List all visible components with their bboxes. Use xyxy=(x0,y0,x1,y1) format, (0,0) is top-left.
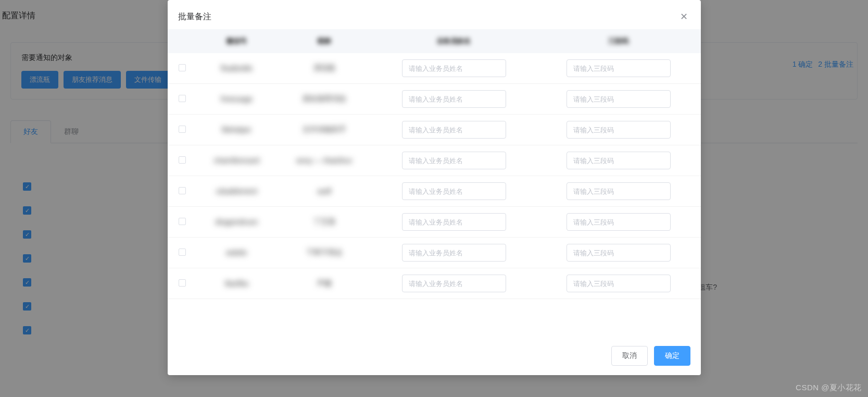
cell-wechat: Baofba xyxy=(225,279,248,288)
code-input[interactable] xyxy=(567,244,671,262)
salesperson-input[interactable] xyxy=(402,182,506,200)
cell-wechat: fmessage xyxy=(221,95,253,103)
cell-nickname: 朋友推荐消息 xyxy=(303,94,346,104)
watermark: CSDN @夏小花花 xyxy=(796,383,862,393)
th-wechat: 微信号 xyxy=(197,29,277,53)
row-checkbox[interactable] xyxy=(179,249,186,256)
row-checkbox[interactable] xyxy=(179,187,186,194)
table-row: cdsablement asdf xyxy=(168,176,701,207)
close-icon[interactable]: ✕ xyxy=(678,10,690,23)
table-row: eeletlv 下辈子再走 xyxy=(168,238,701,268)
row-checkbox[interactable] xyxy=(179,156,186,164)
confirm-button[interactable]: 确定 xyxy=(654,346,690,366)
th-checkbox xyxy=(168,29,197,53)
th-nickname: 昵称 xyxy=(276,29,372,53)
code-input[interactable] xyxy=(567,121,671,139)
row-checkbox[interactable] xyxy=(179,218,186,225)
cell-nickname: wxxy — thatsfour xyxy=(296,156,352,165)
code-input[interactable] xyxy=(567,90,671,108)
cell-nickname: 丁艾晨 xyxy=(313,217,335,227)
code-input[interactable] xyxy=(567,275,671,292)
code-input[interactable] xyxy=(567,213,671,231)
modal-body: 微信号 昵称 业务员姓名 三段码 floatbottle 漂流瓶 fmessag… xyxy=(168,29,701,339)
code-input[interactable] xyxy=(567,182,671,200)
modal-header: 批量备注 ✕ xyxy=(168,0,701,29)
row-checkbox[interactable] xyxy=(179,95,186,102)
table-row: filehelper 文件传输助手 xyxy=(168,115,701,145)
cell-nickname: 文件传输助手 xyxy=(303,125,346,134)
code-input[interactable] xyxy=(567,152,671,169)
cell-wechat: cdsablement xyxy=(216,187,257,195)
cell-wechat: filehelper xyxy=(222,126,251,134)
modal-footer: 取消 确定 xyxy=(168,339,701,375)
cell-nickname: asdf xyxy=(317,187,331,195)
row-checkbox[interactable] xyxy=(179,126,186,133)
table-row: chamiltoncard wxxy — thatsfour xyxy=(168,145,701,176)
cell-nickname: 下辈子再走 xyxy=(306,248,343,257)
cell-wechat: floatbottle xyxy=(221,64,253,72)
cell-nickname: 声趣 xyxy=(317,279,332,288)
salesperson-input[interactable] xyxy=(402,59,506,77)
cell-wechat: dingamdruon xyxy=(216,218,258,226)
code-input[interactable] xyxy=(567,59,671,77)
salesperson-input[interactable] xyxy=(402,152,506,169)
salesperson-input[interactable] xyxy=(402,90,506,108)
th-salesperson: 业务员姓名 xyxy=(372,29,536,53)
salesperson-input[interactable] xyxy=(402,213,506,231)
batch-table: 微信号 昵称 业务员姓名 三段码 floatbottle 漂流瓶 fmessag… xyxy=(168,29,701,299)
cancel-button[interactable]: 取消 xyxy=(611,346,648,366)
salesperson-input[interactable] xyxy=(402,275,506,292)
cell-nickname: 漂流瓶 xyxy=(313,64,335,73)
th-code: 三段码 xyxy=(536,29,701,53)
modal-overlay: 批量备注 ✕ 微信号 昵称 业务员姓名 三段码 floatbottle 漂流瓶 xyxy=(0,0,868,397)
table-row: floatbottle 漂流瓶 xyxy=(168,53,701,84)
table-row: dingamdruon 丁艾晨 xyxy=(168,207,701,238)
cell-wechat: eeletlv xyxy=(226,249,247,257)
table-row: Baofba 声趣 xyxy=(168,268,701,299)
modal-batch-remark: 批量备注 ✕ 微信号 昵称 业务员姓名 三段码 floatbottle 漂流瓶 xyxy=(168,0,701,375)
row-checkbox[interactable] xyxy=(179,279,186,287)
table-row: fmessage 朋友推荐消息 xyxy=(168,84,701,115)
row-checkbox[interactable] xyxy=(179,64,186,71)
cell-wechat: chamiltoncard xyxy=(214,156,259,165)
modal-title: 批量备注 xyxy=(178,11,211,22)
salesperson-input[interactable] xyxy=(402,244,506,262)
salesperson-input[interactable] xyxy=(402,121,506,139)
